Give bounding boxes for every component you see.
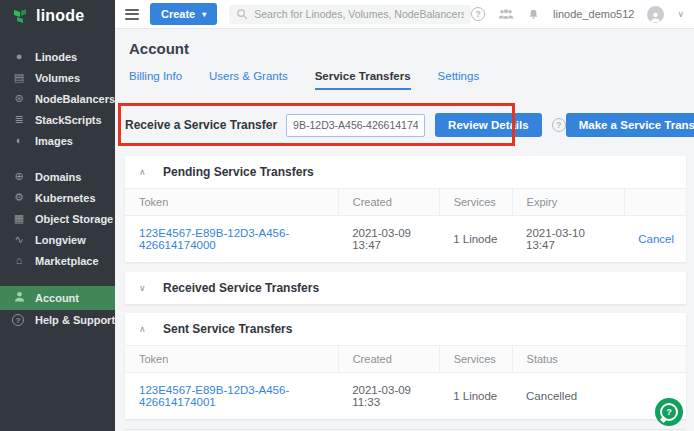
sidebar-item-linodes[interactable]: ● Linodes	[0, 46, 115, 67]
pending-transfers-table: Token Created Services Expiry 123E4567-E…	[125, 188, 686, 262]
column-token: Token	[125, 189, 338, 216]
sidebar-item-longview[interactable]: ∿ Longview	[0, 229, 115, 250]
make-service-transfer-button[interactable]: Make a Service Transfer	[566, 113, 694, 137]
sidebar-item-object-storage[interactable]: ▦ Object Storage	[0, 208, 115, 229]
header-actions: ? linode_demo512 ∨	[471, 6, 694, 23]
sidebar-nav: ● Linodes ▤ Volumes ⊛ NodeBalancers ≣ St…	[0, 46, 115, 330]
chevron-up-icon: ∧	[139, 167, 163, 177]
sent-transfers-panel: ∧ Sent Service Transfers Token Created S…	[125, 313, 686, 419]
pending-transfers-panel: ∧ Pending Service Transfers Token Create…	[125, 156, 686, 262]
domains-icon: ⊕	[12, 170, 26, 183]
sidebar-item-nodebalancers[interactable]: ⊛ NodeBalancers	[0, 88, 115, 109]
sent-transfers-table: Token Created Services Status 123E4567-E…	[125, 345, 686, 419]
column-token: Token	[125, 346, 338, 373]
sidebar-item-marketplace[interactable]: ⌂ Marketplace	[0, 250, 115, 271]
stackscripts-icon: ≣	[12, 113, 26, 126]
search-icon	[236, 8, 248, 20]
column-services: Services	[439, 189, 512, 216]
nav-group-divider	[0, 151, 115, 166]
column-status: Status	[512, 346, 686, 373]
received-transfers-panel: ∨ Received Service Transfers	[125, 272, 686, 304]
top-header: Create ▾ ? linode_demo512 ∨	[115, 0, 694, 29]
transfer-token-input[interactable]	[286, 114, 425, 137]
marketplace-icon: ⌂	[12, 254, 26, 267]
chat-bubble-icon: ?	[660, 403, 678, 421]
created-cell: 2021-03-09 13:47	[338, 216, 439, 263]
nodebalancers-icon: ⊛	[12, 92, 26, 105]
created-cell: 2021-03-09 11:33	[338, 373, 439, 420]
images-icon: ◐	[12, 134, 26, 147]
username[interactable]: linode_demo512	[553, 8, 634, 20]
create-button[interactable]: Create ▾	[150, 3, 217, 25]
logo-text: linode	[36, 7, 84, 25]
volumes-icon: ▤	[12, 71, 26, 84]
column-created: Created	[338, 346, 439, 373]
column-expiry: Expiry	[512, 189, 624, 216]
receive-transfer-label: Receive a Service Transfer	[125, 118, 277, 132]
notifications-bell-icon[interactable]	[527, 8, 540, 21]
pending-panel-header[interactable]: ∧ Pending Service Transfers	[125, 156, 686, 188]
search-input[interactable]	[254, 8, 464, 20]
linode-logo[interactable]: linode	[0, 0, 115, 30]
table-header-row: Token Created Services Expiry	[125, 189, 686, 216]
help-icon[interactable]: ?	[471, 7, 485, 21]
longview-icon: ∿	[12, 233, 26, 246]
chevron-down-icon[interactable]: ∨	[677, 9, 684, 19]
transfer-token-link[interactable]: 123E4567-E89B-12D3-A456-426614174001	[139, 384, 289, 408]
column-created: Created	[338, 189, 439, 216]
tab-users-grants[interactable]: Users & Grants	[209, 70, 288, 90]
tab-billing-info[interactable]: Billing Info	[129, 70, 182, 90]
caret-down-icon: ▾	[202, 10, 206, 19]
sidebar-item-help-support[interactable]: ? Help & Support	[0, 310, 115, 330]
tab-settings[interactable]: Settings	[438, 70, 480, 90]
main-content: Account Billing Info Users & Grants Serv…	[115, 29, 694, 431]
cancel-link[interactable]: Cancel	[638, 233, 674, 245]
sidebar-item-stackscripts[interactable]: ≣ StackScripts	[0, 109, 115, 130]
sidebar-item-images[interactable]: ◐ Images	[0, 130, 115, 151]
account-tabs: Billing Info Users & Grants Service Tran…	[129, 70, 686, 90]
table-row: 123E4567-E89B-12D3-A456-426614174000 202…	[125, 216, 686, 263]
sidebar: linode ● Linodes ▤ Volumes ⊛ NodeBalance…	[0, 0, 115, 431]
received-panel-header[interactable]: ∨ Received Service Transfers	[125, 272, 686, 304]
column-services: Services	[439, 346, 512, 373]
tab-service-transfers[interactable]: Service Transfers	[315, 70, 411, 90]
table-header-row: Token Created Services Status	[125, 346, 686, 373]
review-details-button[interactable]: Review Details	[435, 113, 542, 137]
sidebar-item-account[interactable]: Account	[0, 286, 115, 310]
menu-hamburger-icon[interactable]	[125, 6, 139, 22]
kubernetes-icon: ⚙	[12, 191, 26, 204]
account-person-icon	[12, 290, 26, 306]
page-title: Account	[129, 40, 686, 57]
community-icon[interactable]	[498, 8, 514, 21]
column-actions	[624, 189, 686, 216]
help-icon[interactable]: ?	[552, 118, 566, 132]
receive-transfer-bar: Receive a Service Transfer Review Detail…	[125, 107, 686, 143]
sidebar-item-volumes[interactable]: ▤ Volumes	[0, 67, 115, 88]
linode-icon: ●	[12, 50, 26, 63]
sent-panel-header[interactable]: ∧ Sent Service Transfers	[125, 313, 686, 345]
linode-logo-icon	[13, 8, 29, 24]
avatar[interactable]	[647, 6, 664, 23]
chevron-down-icon: ∨	[139, 283, 163, 293]
transfer-token-link[interactable]: 123E4567-E89B-12D3-A456-426614174000	[139, 227, 289, 251]
nav-group-divider	[0, 271, 115, 286]
sidebar-item-domains[interactable]: ⊕ Domains	[0, 166, 115, 187]
object-storage-icon: ▦	[12, 212, 26, 225]
global-search[interactable]	[229, 5, 471, 24]
services-cell: 1 Linode	[439, 216, 512, 263]
chevron-up-icon: ∧	[139, 324, 163, 334]
services-cell: 1 Linode	[439, 373, 512, 420]
sidebar-item-kubernetes[interactable]: ⚙ Kubernetes	[0, 187, 115, 208]
help-chat-button[interactable]: ?	[655, 398, 683, 426]
table-row: 123E4567-E89B-12D3-A456-426614174001 202…	[125, 373, 686, 420]
help-icon: ?	[12, 314, 26, 326]
expiry-cell: 2021-03-10 13:47	[512, 216, 624, 263]
